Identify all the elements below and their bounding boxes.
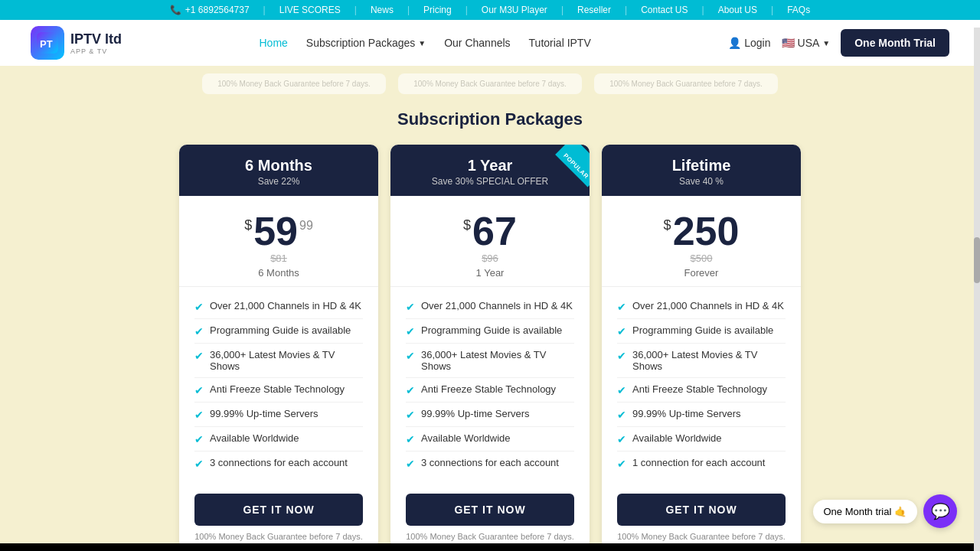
nav-contact[interactable]: Contact US: [641, 5, 688, 15]
feature-channels-lt: ✔ Over 21,000 Channels in HD & 4K: [617, 295, 786, 319]
plan-save-6months: Save 22%: [187, 176, 371, 187]
card-header-1year: 1 Year Save 30% SPECIAL OFFER POPULAR: [390, 145, 590, 196]
feature-channels-1y: ✔ Over 21,000 Channels in HD & 4K: [406, 295, 574, 319]
phone-number: 📞 +1 6892564737: [170, 5, 250, 15]
check-icon: ✔: [617, 301, 626, 313]
svg-text:PT: PT: [40, 38, 53, 50]
chevron-down-icon: ▼: [418, 39, 426, 47]
feature-movies-1y: ✔ 36,000+ Latest Movies & TV Shows: [406, 344, 574, 378]
feature-uptime-lt: ✔ 99.99% Up-time Servers: [617, 403, 786, 427]
check-icon: ✔: [406, 325, 415, 337]
get-it-now-lifetime[interactable]: GET IT NOW: [617, 494, 786, 526]
card-header-lifetime: Lifetime Save 40 %: [602, 145, 801, 196]
nav-home[interactable]: Home: [260, 37, 288, 49]
check-icon: ✔: [406, 458, 415, 470]
nav-news[interactable]: News: [371, 5, 394, 15]
nav-pricing[interactable]: Pricing: [423, 5, 452, 15]
check-icon: ✔: [617, 384, 626, 396]
price-number-6months: 59: [253, 211, 298, 251]
check-icon: ✔: [406, 384, 415, 396]
nav-faqs[interactable]: FAQs: [787, 5, 810, 15]
money-back-lifetime: 100% Money Back Guarantee before 7 days.: [617, 532, 786, 541]
user-icon: 👤: [728, 37, 741, 49]
chat-button[interactable]: 💬: [923, 494, 957, 528]
feature-movies-6m: ✔ 36,000+ Latest Movies & TV Shows: [194, 344, 363, 378]
phone-icon: 📞: [170, 5, 181, 15]
chevron-down-icon: ▼: [822, 39, 830, 47]
feature-uptime-1y: ✔ 99.99% Up-time Servers: [406, 403, 574, 427]
card-features-lifetime: ✔ Over 21,000 Channels in HD & 4K ✔ Prog…: [602, 286, 801, 483]
check-icon: ✔: [194, 458, 204, 470]
feature-worldwide-6m: ✔ Available Worldwide: [194, 427, 363, 452]
check-icon: ✔: [406, 350, 415, 362]
feature-movies-lt: ✔ 36,000+ Latest Movies & TV Shows: [617, 344, 786, 378]
pricing-cards: 6 Months Save 22% $ 59 99 $81 6 Months ✔…: [0, 145, 980, 543]
price-dollar-6months: $: [244, 217, 252, 233]
faded-card-1: 100% Money Back Guarantee before 7 days.: [202, 73, 386, 94]
trial-button[interactable]: One Month Trial: [841, 29, 949, 57]
card-footer-1year: GET IT NOW 100% Money Back Guarantee bef…: [390, 483, 590, 543]
nav-right: 👤 Login 🇺🇸 USA ▼ One Month Trial: [728, 29, 949, 57]
nav-about[interactable]: About US: [718, 5, 757, 15]
price-period-1year: 1 Year: [398, 267, 582, 279]
card-footer-6months: GET IT NOW 100% Money Back Guarantee bef…: [179, 483, 378, 543]
nav-subscription-packages[interactable]: Subscription Packages ▼: [306, 37, 426, 49]
feature-guide-1y: ✔ Programming Guide is available: [406, 319, 574, 344]
popular-badge-wrap: POPULAR: [544, 145, 590, 191]
get-it-now-1year[interactable]: GET IT NOW: [406, 494, 574, 526]
plan-name-lifetime: Lifetime: [609, 157, 793, 174]
check-icon: ✔: [406, 409, 415, 421]
check-icon: ✔: [194, 325, 204, 337]
price-dollar-lifetime: $: [664, 217, 671, 233]
login-button[interactable]: 👤 Login: [728, 37, 770, 49]
price-sup-6months: 99: [299, 219, 313, 233]
feature-uptime-6m: ✔ 99.99% Up-time Servers: [194, 403, 363, 427]
card-price-6months: $ 59 99 $81 6 Months: [179, 196, 378, 286]
logo-icon: PT: [31, 26, 64, 60]
scrollbar[interactable]: [974, 28, 980, 551]
nav-m3u[interactable]: Our M3U Player: [482, 5, 547, 15]
nav-livescores[interactable]: LIVE SCORES: [279, 5, 341, 15]
card-price-lifetime: $ 250 $500 Forever: [602, 196, 801, 286]
feature-channels-6m: ✔ Over 21,000 Channels in HD & 4K: [194, 295, 363, 319]
pricing-card-6months: 6 Months Save 22% $ 59 99 $81 6 Months ✔…: [179, 145, 378, 543]
check-icon: ✔: [194, 433, 204, 445]
feature-guide-lt: ✔ Programming Guide is available: [617, 319, 786, 344]
price-period-lifetime: Forever: [609, 267, 793, 279]
country-selector[interactable]: 🇺🇸 USA ▼: [782, 37, 831, 49]
price-number-1year: 67: [472, 211, 517, 251]
money-back-6months: 100% Money Back Guarantee before 7 days.: [194, 532, 363, 541]
card-header-6months: 6 Months Save 22%: [179, 145, 378, 196]
nav-tutorial[interactable]: Tutorial IPTV: [529, 37, 591, 49]
feature-worldwide-lt: ✔ Available Worldwide: [617, 427, 786, 452]
popular-badge: POPULAR: [555, 145, 590, 187]
price-original-6months: $81: [187, 253, 371, 264]
check-icon: ✔: [617, 409, 626, 421]
money-back-1year: 100% Money Back Guarantee before 7 days.: [406, 532, 574, 541]
check-icon: ✔: [617, 325, 626, 337]
nav-channels[interactable]: Our Channels: [444, 37, 510, 49]
chat-widget: One Month trial 🤙 💬: [813, 494, 958, 528]
price-original-lifetime: $500: [609, 253, 793, 264]
check-icon: ✔: [194, 409, 204, 421]
nav-reseller[interactable]: Reseller: [577, 5, 611, 15]
logo-sub: APP & TV: [70, 47, 122, 55]
price-original-1year: $96: [398, 253, 582, 264]
check-icon: ✔: [617, 433, 626, 445]
check-icon: ✔: [617, 458, 626, 470]
pricing-card-1year: 1 Year Save 30% SPECIAL OFFER POPULAR $ …: [390, 145, 590, 543]
main-content: 100% Money Back Guarantee before 7 days.…: [0, 66, 980, 543]
faded-card-2: 100% Money Back Guarantee before 7 days.: [398, 73, 582, 94]
scrollbar-thumb[interactable]: [974, 237, 980, 283]
feature-freeze-6m: ✔ Anti Freeze Stable Technology: [194, 378, 363, 403]
feature-guide-6m: ✔ Programming Guide is available: [194, 319, 363, 344]
check-icon: ✔: [194, 384, 204, 396]
price-number-lifetime: 250: [673, 211, 740, 251]
get-it-now-6months[interactable]: GET IT NOW: [194, 494, 363, 526]
price-dollar-1year: $: [463, 217, 471, 233]
card-price-1year: $ 67 $96 1 Year: [390, 196, 590, 286]
top-bar: 📞 +1 6892564737 | LIVE SCORES | News | P…: [0, 0, 980, 20]
card-footer-lifetime: GET IT NOW 100% Money Back Guarantee bef…: [602, 483, 801, 543]
feature-freeze-1y: ✔ Anti Freeze Stable Technology: [406, 378, 574, 403]
section-title: Subscription Packages: [0, 109, 980, 129]
